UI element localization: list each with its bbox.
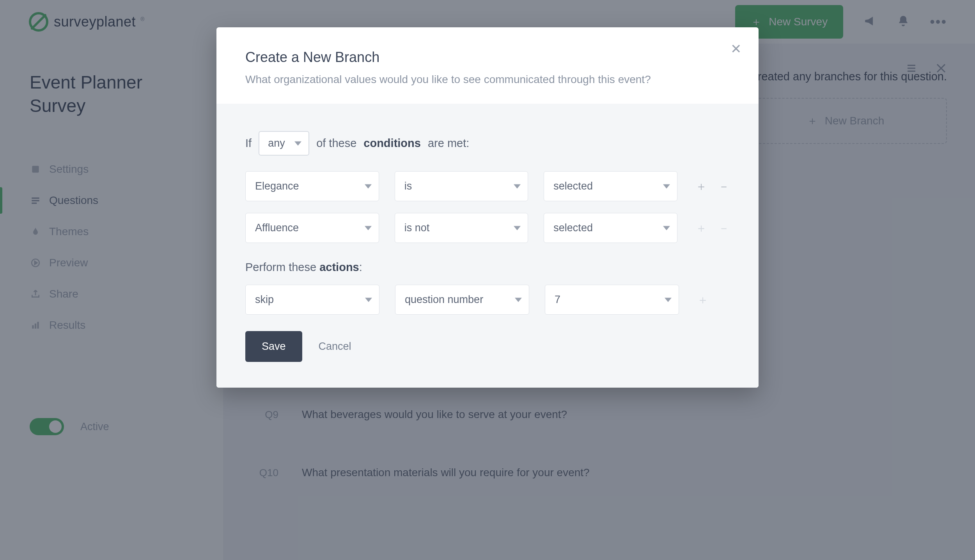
condition-header: If any of these conditions are met: — [245, 131, 730, 156]
answer-select[interactable]: Affluence — [245, 213, 379, 243]
answer-value: Affluence — [255, 222, 299, 234]
state-select[interactable]: selected — [544, 171, 677, 201]
operator-select[interactable]: is — [395, 171, 528, 201]
answer-select[interactable]: Elegance — [245, 171, 379, 201]
state-select[interactable]: selected — [544, 213, 677, 243]
if-label: If — [245, 137, 252, 150]
chevron-down-icon — [663, 184, 670, 188]
chevron-down-icon — [514, 226, 521, 230]
modal-header: ✕ Create a New Branch What organizationa… — [216, 27, 759, 104]
chevron-down-icon — [663, 226, 670, 230]
actions-word: actions — [319, 261, 359, 273]
action-value-select[interactable]: 7 — [545, 285, 679, 315]
modal-footer: Save Cancel — [245, 331, 730, 362]
remove-condition-icon: － — [718, 222, 730, 234]
operator-value: is — [404, 180, 412, 192]
match-mode-value: any — [268, 137, 285, 149]
action-row-actions: ＋ — [697, 294, 709, 306]
action-verb-value: skip — [255, 294, 274, 305]
chevron-down-icon — [365, 226, 372, 230]
add-action-icon: ＋ — [697, 294, 709, 306]
condition-row: Affluence is not selected ＋ － — [245, 213, 730, 243]
operator-select[interactable]: is not — [395, 213, 528, 243]
condition-row-actions: ＋ － — [695, 181, 730, 192]
condition-row-actions: ＋ － — [695, 222, 730, 234]
chevron-down-icon — [665, 298, 672, 302]
colon: : — [359, 261, 362, 273]
answer-value: Elegance — [255, 180, 299, 192]
actions-header: Perform these actions: — [245, 261, 730, 274]
conditions-word: conditions — [363, 137, 421, 150]
modal-title: Create a New Branch — [245, 49, 730, 66]
remove-condition-icon[interactable]: － — [718, 181, 730, 192]
create-branch-modal: ✕ Create a New Branch What organizationa… — [216, 27, 759, 388]
modal-body: If any of these conditions are met: Eleg… — [216, 104, 759, 388]
action-verb-select[interactable]: skip — [245, 285, 379, 315]
chevron-down-icon — [365, 298, 372, 302]
action-target-value: question number — [405, 294, 483, 305]
cancel-button[interactable]: Cancel — [319, 340, 351, 353]
add-condition-icon[interactable]: ＋ — [695, 181, 707, 192]
chevron-down-icon — [294, 141, 301, 145]
operator-value: is not — [404, 222, 430, 234]
add-condition-icon: ＋ — [695, 222, 707, 234]
of-these-label: of these — [316, 137, 356, 150]
modal-overlay[interactable]: ✕ Create a New Branch What organizationa… — [0, 0, 975, 560]
save-button[interactable]: Save — [245, 331, 302, 362]
state-value: selected — [553, 222, 593, 234]
are-met-label: are met: — [428, 137, 469, 150]
close-icon[interactable]: ✕ — [730, 42, 741, 55]
chevron-down-icon — [365, 184, 372, 188]
state-value: selected — [553, 180, 593, 192]
action-value: 7 — [555, 294, 560, 305]
condition-row: Elegance is selected ＋ － — [245, 171, 730, 201]
perform-these-label: Perform these — [245, 261, 316, 273]
modal-subtitle: What organizational values would you lik… — [245, 73, 730, 86]
chevron-down-icon — [514, 184, 521, 188]
action-target-select[interactable]: question number — [395, 285, 529, 315]
action-row: skip question number 7 ＋ — [245, 285, 730, 315]
match-mode-select[interactable]: any — [259, 131, 309, 156]
chevron-down-icon — [515, 298, 522, 302]
